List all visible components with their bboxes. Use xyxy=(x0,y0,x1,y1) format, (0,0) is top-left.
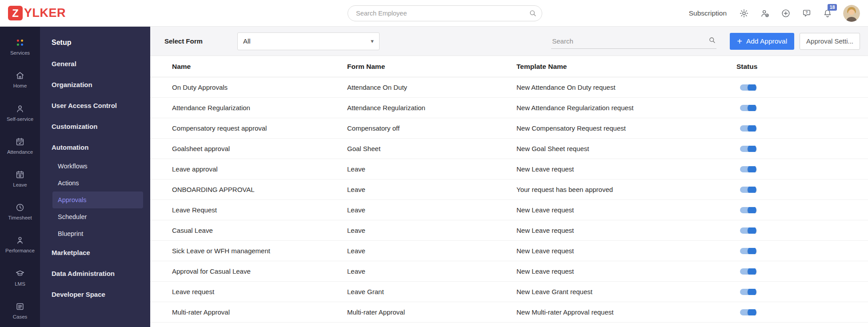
sidebar-item-customization[interactable]: Customization xyxy=(40,116,150,137)
toggle-knob xyxy=(748,289,756,295)
status-toggle[interactable] xyxy=(740,146,755,152)
gear-icon[interactable] xyxy=(739,8,749,19)
status-toggle[interactable] xyxy=(740,309,755,315)
sidebar-item-organization[interactable]: Organization xyxy=(40,74,150,95)
status-toggle[interactable] xyxy=(740,84,755,91)
cell-name: Leave request xyxy=(172,288,347,295)
toggle-knob xyxy=(748,105,756,111)
table-row[interactable]: Sick Leave or WFH management Leave New L… xyxy=(150,241,868,261)
avatar-image xyxy=(843,5,860,22)
rail-item-cases[interactable]: Cases xyxy=(0,294,40,327)
status-toggle[interactable] xyxy=(740,289,755,295)
table-row[interactable]: Compensatory request approval Compensato… xyxy=(150,118,868,139)
sidebar-item-user-access-control[interactable]: User Access Control xyxy=(40,95,150,116)
admin-user-icon[interactable] xyxy=(760,8,770,19)
cell-status xyxy=(736,227,868,234)
toggle-knob xyxy=(748,268,756,275)
table-row[interactable]: Leave Request Leave New Leave request xyxy=(150,200,868,220)
rail-label: Performance xyxy=(5,248,35,253)
cell-template: Your request has been approved xyxy=(516,186,736,193)
employee-search-box xyxy=(348,5,542,21)
sidebar-item-workflows[interactable]: Workflows xyxy=(52,158,143,175)
status-toggle[interactable] xyxy=(740,207,755,213)
status-toggle[interactable] xyxy=(740,227,755,234)
lms-icon xyxy=(15,269,25,279)
logo-z-icon: Z xyxy=(8,6,23,20)
approval-table-body: On Duty Approvals Attendance On Duty New… xyxy=(150,77,868,323)
sidebar-item-blueprint[interactable]: Blueprint xyxy=(52,225,143,242)
sidebar-item-marketplace[interactable]: Marketplace xyxy=(40,242,150,263)
avatar[interactable] xyxy=(843,5,860,22)
rail-item-performance[interactable]: Performance xyxy=(0,228,40,261)
rail-item-attendance[interactable]: Attendance xyxy=(0,129,40,162)
status-toggle[interactable] xyxy=(740,166,755,172)
rail-item-services[interactable]: Services xyxy=(0,30,40,63)
cell-name: On Duty Approvals xyxy=(172,84,347,91)
sidebar-item-developer-space[interactable]: Developer Space xyxy=(40,284,150,305)
cell-form: Leave xyxy=(347,206,516,214)
cell-status xyxy=(736,289,868,295)
status-toggle[interactable] xyxy=(740,105,755,111)
add-circle-icon[interactable] xyxy=(780,8,791,19)
home-icon xyxy=(15,71,25,80)
sidebar-item-general[interactable]: General xyxy=(40,53,150,74)
cell-template: New Multi-rater Approval request xyxy=(516,308,736,316)
cell-name: ONBOARDING APPROVAL xyxy=(172,186,347,193)
toggle-knob xyxy=(748,227,756,234)
rail-item-self-service[interactable]: Self-service xyxy=(0,96,40,129)
sidebar-item-scheduler[interactable]: Scheduler xyxy=(52,208,143,225)
help-icon[interactable]: ? xyxy=(801,8,812,19)
self-service-icon xyxy=(15,104,25,114)
cases-icon xyxy=(15,302,25,311)
table-row[interactable]: ONBOARDING APPROVAL Leave Your request h… xyxy=(150,179,868,200)
rail-label: Leave xyxy=(13,182,27,187)
status-toggle[interactable] xyxy=(740,248,755,254)
zylker-logo[interactable]: Z YLKER xyxy=(8,6,66,20)
cell-status xyxy=(736,125,868,132)
table-row[interactable]: Attendance Regularization Attendance Reg… xyxy=(150,98,868,118)
cell-status xyxy=(736,146,868,152)
table-row[interactable]: On Duty Approvals Attendance On Duty New… xyxy=(150,77,868,98)
sidebar-item-approvals[interactable]: Approvals xyxy=(52,191,143,208)
select-form-label: Select Form xyxy=(164,37,203,45)
approval-settings-button[interactable]: Approval Setti... xyxy=(800,33,860,50)
sidebar-item-automation[interactable]: Automation xyxy=(40,137,150,158)
rail-item-lms[interactable]: LMS xyxy=(0,261,40,294)
logo-text: YLKER xyxy=(24,6,66,20)
cell-name: Leave Request xyxy=(172,206,347,214)
cell-status xyxy=(736,207,868,213)
approvals-table: Name Form Name Template Name Status On D… xyxy=(150,56,868,327)
cell-status xyxy=(736,309,868,315)
rail-item-leave[interactable]: Leave xyxy=(0,162,40,195)
module-rail: Services Home Self-service Attendance Le… xyxy=(0,27,40,327)
sidebar-item-data-administration[interactable]: Data Administration xyxy=(40,263,150,284)
cell-template: New Leave request xyxy=(516,267,736,275)
rail-item-timesheet[interactable]: Timesheet xyxy=(0,195,40,228)
search-icon[interactable] xyxy=(527,7,539,20)
bell-icon[interactable]: 18 xyxy=(822,8,833,19)
status-toggle[interactable] xyxy=(740,125,755,132)
status-toggle[interactable] xyxy=(740,268,755,275)
subscription-link[interactable]: Subscription xyxy=(689,9,727,17)
status-toggle[interactable] xyxy=(740,187,755,193)
sidebar-item-actions[interactable]: Actions xyxy=(52,175,143,191)
cell-name: Attendance Regularization xyxy=(172,104,347,112)
approval-search-input[interactable] xyxy=(551,37,704,45)
cell-form: Attendance Regularization xyxy=(347,104,516,112)
table-row[interactable]: Casual Leave Leave New Leave request xyxy=(150,220,868,241)
add-approval-button[interactable]: + Add Approval xyxy=(730,33,794,50)
rail-item-home[interactable]: Home xyxy=(0,63,40,96)
form-filter-select[interactable]: All ▾ xyxy=(237,32,380,50)
approval-search-box xyxy=(551,34,716,49)
performance-icon xyxy=(15,235,25,245)
form-filter-value: All xyxy=(243,37,251,45)
cell-template: New Goal Sheet request xyxy=(516,145,736,152)
table-row[interactable]: Multi-rater Approval Multi-rater Approva… xyxy=(150,302,868,323)
employee-search-input[interactable] xyxy=(355,9,527,17)
table-row[interactable]: Goalsheet approval Goal Sheet New Goal S… xyxy=(150,139,868,159)
setup-sidebar: Setup General Organization User Access C… xyxy=(40,27,150,327)
cell-name: Leave approval xyxy=(172,165,347,173)
table-row[interactable]: Approval for Casual Leave Leave New Leav… xyxy=(150,261,868,282)
table-row[interactable]: Leave request Leave Grant New Leave Gran… xyxy=(150,282,868,302)
table-row[interactable]: Leave approval Leave New Leave request xyxy=(150,159,868,179)
